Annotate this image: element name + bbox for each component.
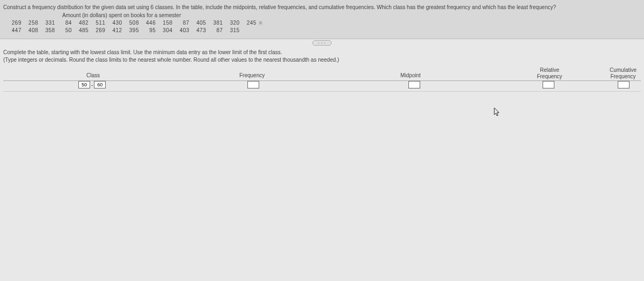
- header-cumulative-frequency: CumulativeFrequency: [604, 67, 642, 80]
- class-cell: -: [78, 81, 106, 88]
- expand-handle[interactable]: • • •: [312, 40, 332, 46]
- data-values: 269 258 331 84 482 511 430 508 446 158 8…: [6, 19, 641, 34]
- cursor-icon: [494, 107, 501, 119]
- data-row-2: 447 408 358 50 485 269 412 395 95 304 40…: [6, 27, 641, 34]
- instruction-line-2: (Type integers or decimals. Round the cl…: [3, 56, 641, 64]
- question-panel: Construct a frequency distribution for t…: [0, 0, 644, 39]
- cumulative-input[interactable]: [618, 81, 630, 88]
- table-row: -: [3, 81, 641, 92]
- instruction-line-1: Complete the table, starting with the lo…: [3, 49, 641, 56]
- header-class: Class: [86, 72, 100, 78]
- data-label: Amount (in dollars) spent on books for a…: [62, 12, 641, 18]
- header-midpoint: Midpoint: [400, 72, 421, 78]
- frequency-cell: [247, 81, 259, 88]
- cumulative-cell: [618, 81, 630, 88]
- frequency-table: Class Frequency Midpoint RelativeFrequen…: [0, 67, 644, 92]
- midpoint-cell: [408, 81, 420, 88]
- frequency-input[interactable]: [247, 81, 259, 88]
- copy-icon[interactable]: ⎘: [259, 20, 262, 27]
- class-dash: -: [91, 82, 93, 88]
- header-frequency: Frequency: [239, 72, 265, 78]
- section-divider: • • •: [0, 39, 644, 46]
- question-text: Construct a frequency distribution for t…: [3, 4, 641, 10]
- relative-input[interactable]: [543, 81, 554, 88]
- data-row-1: 269 258 331 84 482 511 430 508 446 158 8…: [6, 19, 641, 27]
- dots-icon: • • •: [318, 41, 326, 45]
- class-high-input[interactable]: [94, 81, 106, 88]
- table-headers: Class Frequency Midpoint RelativeFrequen…: [3, 67, 641, 81]
- relative-cell: [543, 81, 554, 88]
- midpoint-input[interactable]: [408, 81, 420, 88]
- class-low-input[interactable]: [78, 81, 90, 88]
- header-relative-frequency: RelativeFrequency: [531, 67, 568, 80]
- instructions: Complete the table, starting with the lo…: [0, 46, 644, 67]
